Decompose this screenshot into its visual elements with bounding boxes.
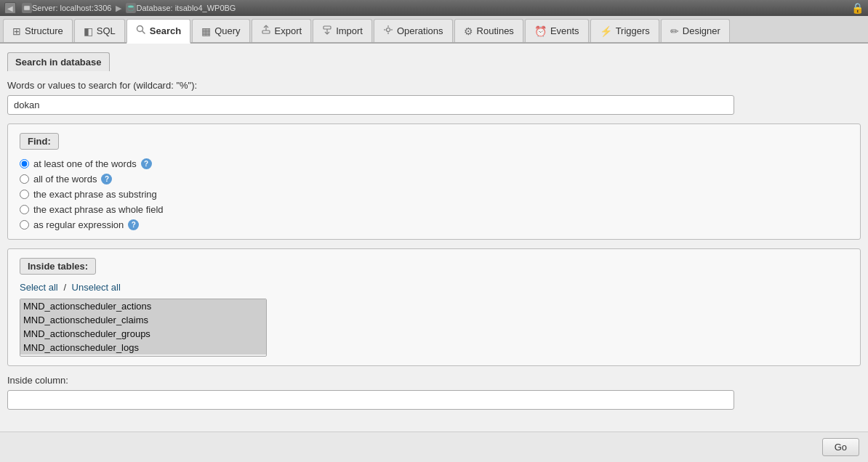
sql-icon: ◧ [84,25,93,37]
tab-export[interactable]: Export [252,19,312,42]
unselect-all-link[interactable]: Unselect all [72,282,121,293]
structure-icon: ⊞ [12,25,21,37]
svg-point-1 [128,6,134,8]
tables-listbox[interactable]: MND_actionscheduler_actions MND_actionsc… [20,299,267,357]
main-content: Search in database Words or values to se… [0,44,868,462]
svg-line-3 [142,31,145,34]
radio-all-words-input[interactable] [20,174,29,184]
triggers-icon: ⚡ [600,25,612,37]
radio-all-words[interactable]: all of the words ? [20,174,848,185]
divider: / [63,282,68,293]
table-option-1[interactable]: MND_actionscheduler_claims [20,313,266,327]
radio-exact-substring-input[interactable] [20,190,29,199]
server-icon [22,3,32,13]
find-panel-title: Find: [20,133,59,150]
import-icon [322,25,332,37]
database-label: Database: itsablo4_WP0BG [136,4,236,12]
nav-tabs: ⊞ Structure ◧ SQL Search ▦ Query Export [0,16,868,44]
back-button[interactable]: ◀ [4,2,16,14]
find-options: at least one of the words ? all of the w… [20,158,848,230]
tab-events[interactable]: ⏰ Events [525,19,589,42]
select-all-link[interactable]: Select all [20,282,58,293]
tables-panel: Inside tables: Select all / Unselect all… [7,248,861,366]
tab-routines[interactable]: ⚙ Routines [454,19,523,42]
radio-exact-whole[interactable]: the exact phrase as whole field [20,204,848,215]
tab-query[interactable]: ▦ Query [192,19,249,42]
tables-panel-title: Inside tables: [20,258,96,275]
bottom-bar: Go [0,431,868,462]
events-icon: ⏰ [534,25,547,37]
select-all-row: Select all / Unselect all [20,282,848,293]
tab-operations[interactable]: Operations [374,19,453,42]
table-option-2[interactable]: MND_actionscheduler_groups [20,327,266,341]
radio-at-least-one-input[interactable] [20,159,29,169]
routines-icon: ⚙ [464,25,473,37]
find-panel: Find: at least one of the words ? all of… [7,123,861,240]
export-icon [261,25,271,37]
titlebar: ◀ Server: localhost:3306 ▶ Database: its… [0,0,868,16]
lock-icon: 🔒 [851,2,864,14]
radio-at-least-one[interactable]: at least one of the words ? [20,158,848,169]
tab-structure[interactable]: ⊞ Structure [3,19,73,42]
svg-rect-4 [262,31,270,33]
column-label: Inside column: [7,375,861,386]
tab-search[interactable]: Search [126,19,190,44]
go-button[interactable]: Go [822,438,859,456]
tab-import[interactable]: Import [313,19,372,42]
column-section: Inside column: [7,375,861,410]
tab-triggers[interactable]: ⚡ Triggers [590,19,659,42]
database-icon [126,3,136,13]
table-option-3[interactable]: MND_actionscheduler_logs [20,341,266,354]
search-label: Words or values to search for (wildcard:… [7,80,861,91]
query-icon: ▦ [201,25,211,37]
column-input[interactable] [7,390,734,410]
svg-point-8 [386,28,390,32]
search-in-database-header: Search in database [7,52,110,71]
search-input[interactable] [7,95,734,115]
radio-regex-input[interactable] [20,220,29,230]
server-label: Server: localhost:3306 [32,4,111,12]
radio-exact-substring[interactable]: the exact phrase as substring [20,189,848,200]
radio-exact-whole-input[interactable] [20,205,29,214]
info-icon-at-least-one[interactable]: ? [141,158,152,169]
info-icon-regex[interactable]: ? [128,219,139,230]
table-option-0[interactable]: MND_actionscheduler_actions [20,299,266,313]
radio-regex[interactable]: as regular expression ? [20,219,848,230]
info-icon-all-words[interactable]: ? [101,174,112,185]
designer-icon: ✏ [670,25,679,37]
svg-rect-0 [24,6,30,10]
operations-icon [383,25,393,37]
svg-rect-6 [324,26,331,29]
tab-sql[interactable]: ◧ SQL [74,19,125,42]
tab-designer[interactable]: ✏ Designer [661,19,730,42]
search-nav-icon [136,25,146,37]
